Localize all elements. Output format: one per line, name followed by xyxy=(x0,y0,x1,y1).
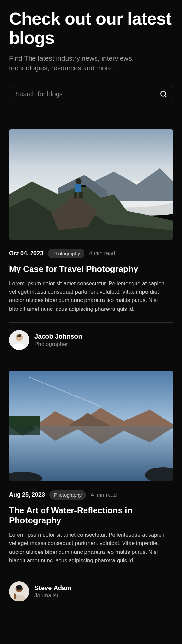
author-info: Jacob Johnson Photographer xyxy=(34,333,82,347)
author-name: Steve Adam xyxy=(34,584,72,592)
author-avatar xyxy=(9,330,29,350)
page-header: Check out our latest blogs Find The late… xyxy=(9,9,173,103)
author-row: Steve Adam Journalist xyxy=(9,581,173,601)
author-role: Journalist xyxy=(34,592,72,599)
author-avatar xyxy=(9,581,29,601)
post-excerpt: Lorem ipsum dolor sit amet consectetur. … xyxy=(9,531,173,565)
author-info: Steve Adam Journalist xyxy=(34,584,72,599)
post-read-time: 4 min read xyxy=(89,250,115,257)
post-category-tag[interactable]: Photography xyxy=(48,249,84,258)
blog-post: Oct 04, 2023 Photography 4 min read My C… xyxy=(9,129,173,350)
svg-rect-22 xyxy=(14,594,16,599)
post-excerpt: Lorem ipsum dolor sit amet consectetur. … xyxy=(9,279,173,313)
svg-rect-5 xyxy=(75,184,81,192)
search-icon[interactable] xyxy=(159,90,168,98)
post-title[interactable]: My Case for Travel Photography xyxy=(9,264,173,274)
post-image xyxy=(9,129,173,240)
post-title[interactable]: The Art of Water-Reflections in Photogra… xyxy=(9,505,173,526)
search-container xyxy=(9,85,173,103)
svg-rect-8 xyxy=(79,192,83,198)
divider xyxy=(9,322,173,323)
post-date: Aug 25, 2023 xyxy=(9,492,45,498)
blog-post: Aug 25, 2023 Photography 4 min read The … xyxy=(9,371,173,601)
author-name: Jacob Johnson xyxy=(34,333,82,340)
post-date: Oct 04, 2023 xyxy=(9,250,43,257)
svg-rect-14 xyxy=(9,416,40,426)
svg-line-1 xyxy=(165,96,167,97)
divider xyxy=(9,574,173,574)
post-read-time: 4 min read xyxy=(91,492,117,498)
page-title: Check out our latest blogs xyxy=(9,9,173,48)
svg-rect-7 xyxy=(74,192,77,198)
author-row: Jacob Johnson Photographer xyxy=(9,330,173,350)
svg-rect-9 xyxy=(81,185,86,187)
svg-point-6 xyxy=(76,178,82,184)
svg-rect-21 xyxy=(17,588,22,590)
post-meta: Oct 04, 2023 Photography 4 min read xyxy=(9,249,173,258)
page-subtitle: Find The latest industry news, interview… xyxy=(9,54,173,73)
svg-point-0 xyxy=(161,91,165,96)
svg-rect-16 xyxy=(9,426,40,435)
post-meta: Aug 25, 2023 Photography 4 min read xyxy=(9,490,173,500)
post-category-tag[interactable]: Photography xyxy=(49,490,86,500)
search-input[interactable] xyxy=(9,85,173,103)
author-role: Photographer xyxy=(34,341,82,347)
post-image xyxy=(9,371,173,481)
